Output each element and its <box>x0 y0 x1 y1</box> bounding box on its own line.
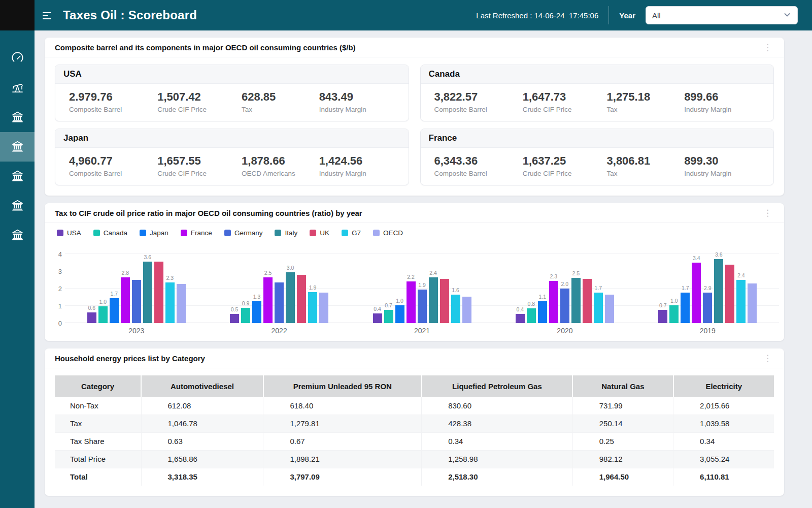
bar-japan-2020[interactable]: 1.1 <box>538 301 547 323</box>
year-select[interactable]: All <box>646 6 798 24</box>
bar-france-2022[interactable]: 2.5 <box>263 277 273 323</box>
bar-france-2019[interactable]: 3.4 <box>692 263 701 323</box>
bar-oecd-2020[interactable] <box>605 295 614 323</box>
metric-value: 843.49 <box>319 90 403 104</box>
x-tick-label: 2022 <box>208 327 350 335</box>
bar-g7-2023[interactable]: 2.3 <box>165 282 175 323</box>
composite-barrel-card: Composite barrel and its components in m… <box>45 38 784 196</box>
bar-italy-2023[interactable]: 3.6 <box>143 262 152 323</box>
legend-item-italy[interactable]: Italy <box>275 229 297 237</box>
bar-italy-2021[interactable]: 2.4 <box>429 277 438 323</box>
card-menu-icon[interactable]: ⋮ <box>761 43 774 52</box>
sidebar-item-dashboard[interactable] <box>0 44 35 73</box>
row-value: 1,258.98 <box>422 450 573 468</box>
legend-item-france[interactable]: France <box>181 229 212 237</box>
card-menu-icon[interactable]: ⋮ <box>761 354 774 363</box>
sidebar-item-oil-production[interactable] <box>0 73 35 103</box>
bar-japan-2022[interactable]: 1.3 <box>252 301 261 323</box>
bar-canada-2020[interactable]: 0.8 <box>527 308 536 323</box>
bar-japan-2019[interactable]: 1.7 <box>681 293 690 323</box>
bank-icon <box>11 110 24 125</box>
sidebar-item-bank-2[interactable] <box>0 132 35 162</box>
chart-card-title: Tax to CIF crude oil price ratio in majo… <box>55 209 362 217</box>
tax-ratio-chart-card: Tax to CIF crude oil price ratio in majo… <box>45 203 784 341</box>
y-tick-label: 0 <box>58 320 62 327</box>
sidebar-item-bank-4[interactable] <box>0 191 35 220</box>
table-card-title: Household energy prices list by Category <box>55 354 205 363</box>
bar-oecd-2019[interactable] <box>748 283 757 323</box>
bar-value-label: 0.4 <box>517 306 524 312</box>
bar-germany-2021[interactable]: 1.9 <box>418 290 427 323</box>
bar-uk-2020[interactable] <box>583 279 592 323</box>
metric-value: 1,878.66 <box>242 154 319 168</box>
bar-value-label: 0.7 <box>385 302 392 308</box>
bar-japan-2023[interactable]: 1.7 <box>110 298 119 323</box>
sidebar-item-bank-5[interactable] <box>0 220 35 250</box>
bar-g7-2021[interactable]: 1.6 <box>451 295 460 323</box>
row-value: 1,898.21 <box>263 450 422 468</box>
bar-value-label: 2.8 <box>121 270 129 276</box>
bar-value-label: 1.6 <box>452 287 459 293</box>
bar-usa-2023[interactable]: 0.6 <box>87 312 96 323</box>
sidebar-item-bank-3[interactable] <box>0 162 35 191</box>
legend-item-g7[interactable]: G7 <box>342 229 361 237</box>
bar-g7-2022[interactable]: 1.9 <box>308 292 317 323</box>
bar-canada-2019[interactable]: 1.0 <box>669 305 679 323</box>
metric-value: 628.85 <box>242 90 319 104</box>
bar-italy-2022[interactable]: 3.0 <box>286 272 295 323</box>
legend-item-japan[interactable]: Japan <box>140 229 168 237</box>
menu-icon[interactable] <box>43 12 53 19</box>
bar-value-label: 1.7 <box>682 285 689 291</box>
metric-label: Composite Barrel <box>434 106 523 113</box>
bar-oecd-2022[interactable] <box>319 293 328 324</box>
bar-canada-2021[interactable]: 0.7 <box>384 310 393 324</box>
bar-italy-2020[interactable]: 2.5 <box>571 278 581 323</box>
bar-france-2021[interactable]: 2.2 <box>407 281 416 323</box>
bar-germany-2020[interactable]: 2.0 <box>560 289 569 323</box>
metric: 1,878.66OECD Americans <box>242 154 319 177</box>
bar-usa-2019[interactable]: 0.7 <box>658 310 667 323</box>
bar-uk-2022[interactable] <box>297 275 306 323</box>
bar-germany-2022[interactable] <box>275 282 284 323</box>
bar-usa-2022[interactable]: 0.5 <box>230 314 239 323</box>
sidebar-item-bank-1[interactable] <box>0 103 35 132</box>
bar-france-2020[interactable]: 2.3 <box>549 281 558 323</box>
bar-japan-2021[interactable]: 1.0 <box>395 305 404 323</box>
legend-item-oecd[interactable]: OECD <box>373 229 403 237</box>
x-tick-label: 2020 <box>493 327 636 335</box>
legend-item-canada[interactable]: Canada <box>93 229 127 237</box>
table-wrap: CategoryAutomotivedieselPremium Unleaded… <box>45 368 784 496</box>
bar-uk-2019[interactable] <box>725 265 734 323</box>
legend-item-uk[interactable]: UK <box>310 229 329 237</box>
bar-value-label: 2.4 <box>737 272 745 278</box>
metric-value: 899.66 <box>684 90 768 104</box>
card-menu-icon[interactable]: ⋮ <box>761 209 774 217</box>
bar-oecd-2023[interactable] <box>177 284 186 323</box>
country-card-usa: USA2.979.76Composite Barrel1,507.42Crude… <box>55 65 409 121</box>
composite-card-title: Composite barrel and its components in m… <box>55 43 356 52</box>
bar-germany-2019[interactable]: 2.9 <box>703 293 712 323</box>
table-header-row: CategoryAutomotivedieselPremium Unleaded… <box>55 375 774 397</box>
legend-item-germany[interactable]: Germany <box>224 229 263 237</box>
bar-italy-2019[interactable]: 3.6 <box>714 259 723 323</box>
legend-label: Canada <box>104 229 127 237</box>
bar-g7-2019[interactable]: 2.4 <box>736 280 746 323</box>
bar-oecd-2021[interactable] <box>462 297 471 323</box>
bar-uk-2021[interactable] <box>440 279 449 323</box>
bar-usa-2020[interactable]: 0.4 <box>516 314 525 323</box>
bar-usa-2021[interactable]: 0.4 <box>373 313 382 323</box>
row-value: 0.63 <box>141 432 263 450</box>
bar-france-2023[interactable]: 2.8 <box>121 277 130 323</box>
bar-canada-2023[interactable]: 1.0 <box>98 306 108 323</box>
bar-germany-2023[interactable] <box>132 280 141 323</box>
metric-value: 1,275.18 <box>607 90 685 104</box>
metric: 1,647.73Crude CIF Price <box>523 90 607 113</box>
metric: 1,657.55Crude CIF Price <box>157 154 242 177</box>
bar-canada-2022[interactable]: 0.9 <box>241 308 250 323</box>
bar-g7-2020[interactable]: 1.7 <box>594 293 603 323</box>
bar-uk-2023[interactable] <box>154 262 163 323</box>
app-root: Taxes Oil : Scoreboard Last Refreshed : … <box>0 0 812 508</box>
legend-item-usa[interactable]: USA <box>57 229 81 237</box>
metric: 3,806.81Tax <box>607 154 685 177</box>
metric-label: Composite Barrel <box>434 170 523 177</box>
